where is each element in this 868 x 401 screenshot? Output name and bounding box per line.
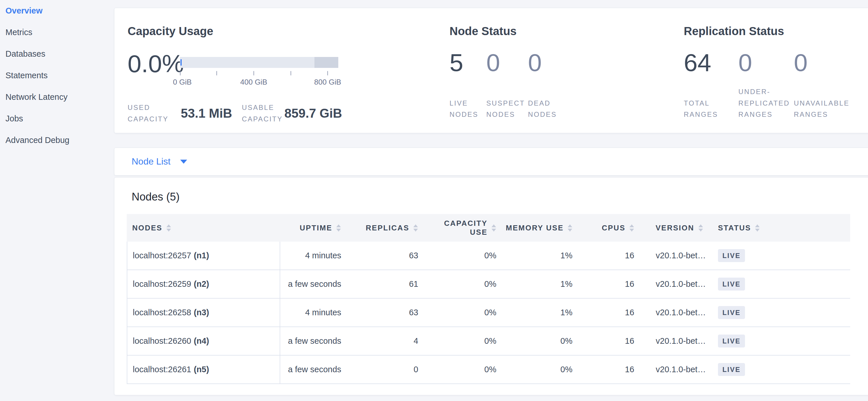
uptime-cell: a few seconds [280, 327, 349, 355]
memory-use-cell: 1% [503, 270, 580, 298]
node-address-cell[interactable]: localhost:26261 (n5) [127, 355, 280, 383]
sort-icon[interactable] [166, 224, 171, 232]
table-row-n3[interactable]: localhost:26258 (n3) 4 minutes 63 0% 1% … [127, 298, 850, 327]
capacity-bar [180, 57, 338, 68]
node-status-section: Node Status 5 LIVE NODES 0 SUSPECT NODES… [450, 8, 684, 133]
column-header-memory-use[interactable]: MEMORY USE [503, 214, 580, 241]
uptime-cell: 4 minutes [280, 241, 349, 269]
status-cell: LIVE [713, 355, 850, 383]
column-header-nodes[interactable]: NODES [127, 214, 280, 241]
nodes-table-card: Nodes (5) NODES UPTIME REPLICAS [114, 177, 868, 395]
node-list-dropdown[interactable]: Node List [132, 156, 187, 167]
column-header-capacity-use[interactable]: CAPACITY USE [425, 214, 503, 241]
sidebar-item-databases[interactable]: Databases [0, 43, 114, 65]
sidebar: Overview Metrics Databases Statements Ne… [0, 0, 114, 401]
table-row-n2[interactable]: localhost:26259 (n2) a few seconds 61 0%… [127, 270, 850, 298]
status-cell: LIVE [713, 241, 850, 269]
cpus-cell: 16 [580, 327, 642, 355]
uptime-cell: a few seconds [280, 355, 349, 383]
live-nodes-label: LIVE NODES [450, 97, 486, 120]
replicas-cell: 63 [348, 298, 425, 326]
capacity-use-cell: 0% [425, 355, 503, 383]
dead-nodes-label: DEAD NODES [528, 97, 564, 120]
status-cell: LIVE [713, 270, 850, 298]
cluster-summary-card: Capacity Usage 0.0% [114, 8, 868, 133]
axis-label-800: 800 GiB [314, 78, 341, 87]
version-cell: v20.1.0-bet… [642, 270, 713, 298]
table-row-n1[interactable]: localhost:26257 (n1) 4 minutes 63 0% 1% … [127, 241, 850, 270]
table-row-n4[interactable]: localhost:26260 (n4) a few seconds 4 0% … [127, 327, 850, 355]
suspect-nodes-value: 0 [486, 50, 528, 75]
sort-icon[interactable] [629, 224, 634, 232]
sidebar-item-advanced-debug[interactable]: Advanced Debug [0, 130, 114, 151]
capacity-percent: 0.0% [128, 51, 180, 77]
used-capacity-label: USED CAPACITY [128, 102, 181, 124]
node-address-cell[interactable]: localhost:26258 (n3) [127, 298, 280, 326]
usable-capacity-value: 859.7 GiB [284, 106, 342, 120]
status-badge: LIVE [718, 363, 745, 376]
column-header-cpus[interactable]: CPUS [580, 214, 641, 241]
replicas-cell: 61 [348, 270, 425, 298]
node-address-cell[interactable]: localhost:26259 (n2) [127, 270, 280, 298]
capacity-use-cell: 0% [425, 298, 503, 326]
column-header-status[interactable]: STATUS [713, 214, 850, 241]
uptime-cell: a few seconds [280, 270, 349, 298]
unavailable-ranges-stat: 0 UNAVAILABLE RANGES [794, 50, 860, 120]
total-ranges-value: 64 [684, 50, 738, 75]
uptime-cell: 4 minutes [280, 298, 349, 326]
axis-label-400: 400 GiB [240, 78, 267, 87]
table-row-n5[interactable]: localhost:26261 (n5) a few seconds 0 0% … [127, 355, 850, 384]
replication-status-title: Replication Status [684, 24, 860, 38]
capacity-usage-title: Capacity Usage [128, 24, 450, 38]
suspect-nodes-label: SUSPECT NODES [486, 97, 522, 120]
capacity-axis-ticks [180, 71, 338, 75]
memory-use-cell: 0% [503, 327, 580, 355]
status-badge: LIVE [718, 249, 745, 262]
sidebar-item-overview[interactable]: Overview [0, 0, 114, 22]
column-header-uptime[interactable]: UPTIME [280, 214, 348, 241]
status-badge: LIVE [718, 306, 745, 319]
node-address-cell[interactable]: localhost:26260 (n4) [127, 327, 280, 355]
version-cell: v20.1.0-bet… [642, 327, 713, 355]
status-cell: LIVE [713, 298, 850, 326]
sort-icon[interactable] [492, 224, 496, 232]
replication-status-section: Replication Status 64 TOTAL RANGES 0 UND… [684, 8, 860, 133]
capacity-use-cell: 0% [425, 270, 503, 298]
memory-use-cell: 1% [503, 241, 580, 269]
node-address-cell[interactable]: localhost:26257 (n1) [127, 241, 280, 269]
sort-icon[interactable] [336, 224, 341, 232]
nodes-table-title: Nodes (5) [132, 191, 861, 203]
sort-icon[interactable] [755, 224, 760, 232]
sidebar-item-network-latency[interactable]: Network Latency [0, 86, 114, 108]
total-ranges-stat: 64 TOTAL RANGES [684, 50, 738, 120]
version-cell: v20.1.0-bet… [642, 355, 713, 383]
nodes-table-header: NODES UPTIME REPLICAS CAPACITY USE [127, 214, 850, 241]
unavailable-ranges-label: UNAVAILABLE RANGES [794, 97, 847, 120]
node-status-title: Node Status [450, 24, 684, 38]
under-replicated-ranges-label: UNDER-REPLICATED RANGES [738, 86, 792, 120]
sidebar-item-jobs[interactable]: Jobs [0, 108, 114, 130]
capacity-bar-chart: 0 GiB 400 GiB 800 GiB [180, 51, 338, 86]
unavailable-ranges-value: 0 [794, 50, 860, 75]
cpus-cell: 16 [580, 355, 642, 383]
sort-icon[interactable] [413, 224, 418, 232]
suspect-nodes-stat: 0 SUSPECT NODES [486, 50, 528, 120]
under-replicated-ranges-stat: 0 UNDER-REPLICATED RANGES [738, 50, 794, 120]
under-replicated-ranges-value: 0 [738, 50, 794, 75]
sort-icon[interactable] [699, 224, 703, 232]
node-list-dropdown-label: Node List [132, 156, 170, 167]
column-header-replicas[interactable]: REPLICAS [348, 214, 425, 241]
page: Overview Metrics Databases Statements Ne… [0, 0, 868, 401]
caret-down-icon [180, 160, 187, 164]
dead-nodes-value: 0 [528, 50, 586, 75]
version-cell: v20.1.0-bet… [642, 241, 713, 269]
capacity-use-cell: 0% [425, 241, 503, 269]
column-header-version[interactable]: VERSION [641, 214, 713, 241]
live-nodes-stat: 5 LIVE NODES [450, 50, 486, 120]
sort-icon[interactable] [568, 224, 572, 232]
sidebar-item-metrics[interactable]: Metrics [0, 22, 114, 43]
axis-label-0: 0 GiB [173, 78, 192, 87]
version-cell: v20.1.0-bet… [642, 298, 713, 326]
capacity-use-cell: 0% [425, 327, 503, 355]
sidebar-item-statements[interactable]: Statements [0, 65, 114, 86]
